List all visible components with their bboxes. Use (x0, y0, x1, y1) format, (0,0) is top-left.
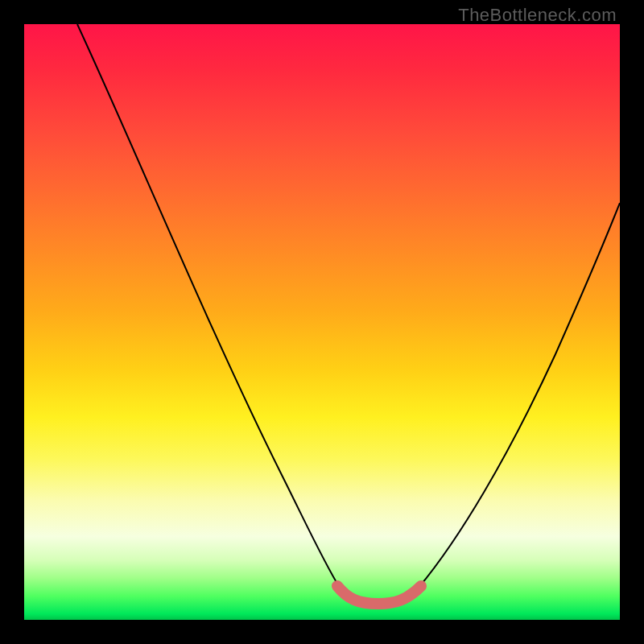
chart-container: TheBottleneck.com (0, 0, 644, 644)
watermark-label: TheBottleneck.com (458, 5, 617, 26)
bottom-bridge (337, 586, 421, 604)
curve-layer (24, 24, 620, 620)
plot-area (24, 24, 620, 620)
left-curve (77, 24, 340, 588)
right-curve (419, 203, 620, 588)
